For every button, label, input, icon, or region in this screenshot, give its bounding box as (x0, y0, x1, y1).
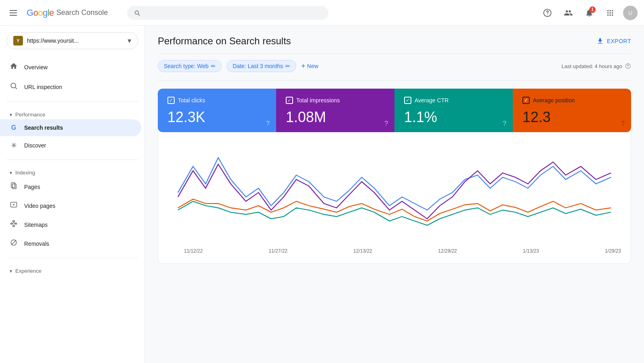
main-header: Performance on Search results EXPORT (158, 35, 631, 47)
apps-button[interactable] (602, 5, 618, 21)
position-value: 12.3 (522, 109, 621, 126)
sidebar-item-discover[interactable]: ✳ Discover (0, 136, 141, 155)
impressions-value: 1.08M (286, 109, 385, 126)
impressions-label: Total impressions (296, 97, 340, 104)
sidebar-item-pages[interactable]: Pages (0, 177, 141, 196)
ctr-label: Average CTR (415, 97, 449, 104)
performance-chart (168, 140, 621, 245)
sidebar-experience-label: Experience (15, 268, 41, 274)
expand-experience-icon: ▾ (10, 268, 12, 274)
clicks-checkbox (167, 97, 175, 104)
sidebar-item-video-pages[interactable]: Video pages (0, 196, 141, 215)
sidebar-video-pages-label: Video pages (24, 203, 56, 209)
site-url: https://www.yoursit... (27, 37, 124, 44)
filter-bar: Search type: Web ✏ Date: Last 3 months ✏… (158, 54, 631, 81)
sidebar-sitemaps-label: Sitemaps (24, 222, 47, 228)
sidebar: Y https://www.yoursit... ▾ Overview URL … (0, 26, 145, 363)
account-management-button[interactable] (560, 5, 576, 21)
sidebar-item-overview[interactable]: Overview (0, 57, 141, 77)
main-content: Performance on Search results EXPORT Sea… (145, 26, 644, 363)
help-small-icon (625, 63, 631, 69)
home-icon (10, 62, 18, 72)
removals-icon (10, 239, 18, 248)
sidebar-item-url-inspection[interactable]: URL inspection (0, 77, 141, 97)
new-filter-label: New (307, 63, 318, 69)
page-title: Performance on Search results (158, 35, 291, 47)
sidebar-item-sitemaps[interactable]: Sitemaps (0, 215, 141, 234)
notification-count: 1 (589, 6, 596, 13)
site-favicon: Y (13, 36, 23, 46)
sidebar-performance-label: Performance (15, 112, 45, 118)
search-icon (10, 82, 18, 92)
ctr-checkbox (404, 97, 411, 104)
clicks-value: 12.3K (167, 109, 266, 126)
metric-total-impressions[interactable]: Total impressions 1.08M ? (276, 89, 394, 132)
chart-label-4: 12/29/22 (438, 248, 457, 254)
search-input[interactable] (144, 9, 322, 17)
sidebar-divider-2 (6, 160, 138, 160)
pages-icon (10, 182, 18, 191)
clicks-help-icon[interactable]: ? (266, 120, 270, 127)
last-updated-text: Last updated: 4 hours ago (561, 63, 622, 69)
grid-icon (606, 8, 615, 17)
search-type-filter[interactable]: Search type: Web ✏ (158, 60, 222, 72)
sidebar-divider-1 (6, 102, 138, 102)
sidebar-item-search-results[interactable]: G Search results (0, 119, 141, 136)
header-actions: 1 U (539, 5, 638, 21)
svg-rect-9 (13, 226, 15, 227)
chart-label-5: 1/13/23 (523, 248, 539, 254)
export-label: EXPORT (607, 38, 631, 44)
logo-area: Google Search Console (27, 8, 108, 18)
sidebar-removals-label: Removals (24, 241, 49, 247)
svg-line-16 (11, 240, 16, 245)
plus-icon: + (301, 62, 305, 71)
svg-rect-7 (13, 221, 15, 222)
position-label: Average position (533, 97, 575, 104)
help-icon (543, 8, 552, 17)
chart-container: 11/12/22 11/27/22 12/13/22 12/29/22 1/13… (158, 132, 631, 264)
date-filter[interactable]: Date: Last 3 months ✏ (227, 60, 296, 72)
site-selector[interactable]: Y https://www.yoursit... ▾ (6, 32, 138, 49)
edit-date-icon: ✏ (285, 63, 290, 69)
svg-marker-6 (13, 204, 15, 206)
sidebar-item-removals[interactable]: Removals (0, 234, 141, 253)
metric-total-clicks[interactable]: Total clicks 12.3K ? (158, 89, 276, 132)
new-filter-button[interactable]: + New (301, 62, 318, 71)
search-icon (134, 9, 140, 17)
nav-overview-section: Overview URL inspection (0, 56, 144, 98)
svg-point-2 (11, 83, 16, 88)
metric-avg-ctr[interactable]: Average CTR 1.1% ? (394, 89, 513, 132)
notifications-button[interactable]: 1 (581, 5, 597, 21)
impressions-checkbox (286, 97, 293, 104)
menu-button[interactable] (6, 7, 20, 19)
search-bar[interactable] (127, 6, 328, 20)
position-checkbox (522, 97, 530, 104)
search-type-label: Search type: Web (164, 63, 208, 69)
nav-experience-section: ▾ Experience (0, 261, 144, 277)
sidebar-overview-label: Overview (24, 64, 47, 71)
sidebar-item-experience[interactable]: ▾ Experience (0, 263, 144, 276)
ctr-help-icon[interactable]: ? (503, 120, 506, 127)
sidebar-url-inspection-label: URL inspection (24, 84, 62, 90)
ctr-value: 1.1% (404, 109, 503, 126)
sidebar-discover-label: Discover (24, 142, 46, 149)
sidebar-search-results-label: Search results (24, 124, 63, 131)
impressions-help-icon[interactable]: ? (384, 120, 388, 127)
metric-clicks-header: Total clicks (167, 97, 266, 104)
app-name: Search Console (56, 8, 108, 17)
position-help-icon[interactable]: ? (621, 120, 625, 127)
avatar[interactable]: U (623, 6, 638, 20)
download-icon (597, 37, 604, 45)
sidebar-divider-3 (6, 258, 138, 258)
sidebar-item-indexing[interactable]: ▾ Indexing (0, 165, 144, 177)
export-button[interactable]: EXPORT (597, 37, 631, 45)
google-g-icon: G (10, 124, 18, 131)
svg-point-18 (627, 67, 628, 68)
sidebar-item-performance[interactable]: ▾ Performance (0, 107, 144, 119)
google-logo: Google (27, 8, 54, 18)
metric-position-header: Average position (522, 97, 621, 104)
metric-avg-position[interactable]: Average position 12.3 ? (513, 89, 631, 132)
discover-icon: ✳ (10, 141, 18, 150)
last-updated: Last updated: 4 hours ago (561, 63, 631, 69)
help-button[interactable] (539, 5, 555, 21)
